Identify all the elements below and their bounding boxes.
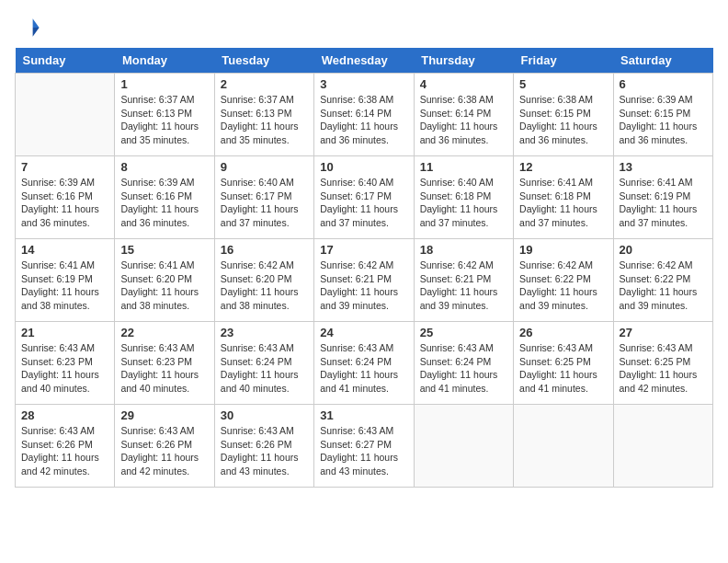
calendar-cell: 3Sunrise: 6:38 AM Sunset: 6:14 PM Daylig…	[314, 74, 414, 156]
calendar-cell: 5Sunrise: 6:38 AM Sunset: 6:15 PM Daylig…	[514, 74, 613, 156]
logo-icon	[15, 15, 40, 40]
day-number: 13	[620, 160, 707, 174]
day-info: Sunrise: 6:41 AM Sunset: 6:18 PM Dayligh…	[519, 176, 607, 230]
calendar-cell: 30Sunrise: 6:43 AM Sunset: 6:26 PM Dayli…	[214, 405, 313, 488]
day-number: 2	[221, 77, 308, 91]
calendar-cell: 29Sunrise: 6:43 AM Sunset: 6:26 PM Dayli…	[115, 405, 214, 488]
day-header-thursday: Thursday	[414, 48, 513, 74]
calendar-cell: 6Sunrise: 6:39 AM Sunset: 6:15 PM Daylig…	[613, 74, 712, 156]
day-number: 24	[320, 326, 407, 339]
svg-marker-1	[33, 28, 40, 37]
calendar-cell	[613, 405, 712, 488]
calendar-week-row: 7Sunrise: 6:39 AM Sunset: 6:16 PM Daylig…	[16, 156, 713, 239]
calendar-cell: 25Sunrise: 6:43 AM Sunset: 6:24 PM Dayli…	[414, 322, 513, 405]
day-number: 27	[620, 326, 707, 339]
day-number: 8	[120, 160, 208, 174]
day-header-friday: Friday	[514, 48, 613, 74]
calendar-cell: 8Sunrise: 6:39 AM Sunset: 6:16 PM Daylig…	[115, 156, 214, 239]
day-header-monday: Monday	[115, 48, 214, 74]
day-number: 19	[519, 243, 607, 257]
day-number: 15	[120, 243, 208, 257]
calendar-cell: 22Sunrise: 6:43 AM Sunset: 6:23 PM Dayli…	[115, 322, 214, 405]
day-number: 16	[221, 243, 308, 257]
calendar-cell: 1Sunrise: 6:37 AM Sunset: 6:13 PM Daylig…	[115, 74, 214, 156]
day-info: Sunrise: 6:42 AM Sunset: 6:22 PM Dayligh…	[519, 259, 607, 313]
day-number: 25	[420, 326, 507, 339]
day-info: Sunrise: 6:40 AM Sunset: 6:18 PM Dayligh…	[420, 176, 507, 230]
calendar-cell: 27Sunrise: 6:43 AM Sunset: 6:25 PM Dayli…	[613, 322, 712, 405]
day-number: 5	[519, 77, 607, 91]
calendar-cell: 17Sunrise: 6:42 AM Sunset: 6:21 PM Dayli…	[314, 239, 414, 322]
calendar-cell: 7Sunrise: 6:39 AM Sunset: 6:16 PM Daylig…	[16, 156, 115, 239]
day-number: 20	[620, 243, 707, 257]
day-info: Sunrise: 6:39 AM Sunset: 6:16 PM Dayligh…	[21, 176, 108, 230]
calendar-cell: 18Sunrise: 6:42 AM Sunset: 6:21 PM Dayli…	[414, 239, 513, 322]
day-number: 12	[519, 160, 607, 174]
calendar-cell: 15Sunrise: 6:41 AM Sunset: 6:20 PM Dayli…	[115, 239, 214, 322]
day-info: Sunrise: 6:43 AM Sunset: 6:24 PM Dayligh…	[320, 341, 407, 396]
calendar-cell: 4Sunrise: 6:38 AM Sunset: 6:14 PM Daylig…	[414, 74, 513, 156]
page-header	[15, 15, 713, 40]
day-header-tuesday: Tuesday	[214, 48, 313, 74]
day-info: Sunrise: 6:43 AM Sunset: 6:25 PM Dayligh…	[519, 341, 607, 396]
logo	[15, 15, 44, 40]
day-info: Sunrise: 6:43 AM Sunset: 6:26 PM Dayligh…	[120, 424, 208, 478]
calendar-table: SundayMondayTuesdayWednesdayThursdayFrid…	[15, 48, 713, 488]
calendar-cell: 19Sunrise: 6:42 AM Sunset: 6:22 PM Dayli…	[514, 239, 613, 322]
day-info: Sunrise: 6:42 AM Sunset: 6:21 PM Dayligh…	[320, 259, 407, 313]
day-info: Sunrise: 6:43 AM Sunset: 6:27 PM Dayligh…	[320, 424, 407, 478]
day-number: 7	[21, 160, 108, 174]
day-number: 31	[320, 408, 407, 422]
day-number: 22	[120, 326, 208, 339]
calendar-cell: 24Sunrise: 6:43 AM Sunset: 6:24 PM Dayli…	[314, 322, 414, 405]
day-header-sunday: Sunday	[16, 48, 115, 74]
day-info: Sunrise: 6:39 AM Sunset: 6:16 PM Dayligh…	[120, 176, 208, 230]
day-info: Sunrise: 6:40 AM Sunset: 6:17 PM Dayligh…	[221, 176, 308, 230]
day-info: Sunrise: 6:42 AM Sunset: 6:21 PM Dayligh…	[420, 259, 507, 313]
day-info: Sunrise: 6:43 AM Sunset: 6:24 PM Dayligh…	[221, 341, 308, 396]
calendar-cell	[514, 405, 613, 488]
calendar-week-row: 21Sunrise: 6:43 AM Sunset: 6:23 PM Dayli…	[16, 322, 713, 405]
day-number: 10	[320, 160, 407, 174]
day-info: Sunrise: 6:37 AM Sunset: 6:13 PM Dayligh…	[120, 93, 208, 147]
calendar-cell: 2Sunrise: 6:37 AM Sunset: 6:13 PM Daylig…	[214, 74, 313, 156]
day-number: 18	[420, 243, 507, 257]
day-info: Sunrise: 6:43 AM Sunset: 6:24 PM Dayligh…	[420, 341, 507, 396]
day-info: Sunrise: 6:41 AM Sunset: 6:20 PM Dayligh…	[120, 259, 208, 313]
calendar-cell: 14Sunrise: 6:41 AM Sunset: 6:19 PM Dayli…	[16, 239, 115, 322]
day-number: 29	[120, 408, 208, 422]
calendar-cell	[414, 405, 513, 488]
day-number: 14	[21, 243, 108, 257]
calendar-week-row: 14Sunrise: 6:41 AM Sunset: 6:19 PM Dayli…	[16, 239, 713, 322]
day-info: Sunrise: 6:41 AM Sunset: 6:19 PM Dayligh…	[620, 176, 707, 230]
day-number: 4	[420, 77, 507, 91]
day-info: Sunrise: 6:43 AM Sunset: 6:23 PM Dayligh…	[21, 341, 108, 396]
day-info: Sunrise: 6:42 AM Sunset: 6:20 PM Dayligh…	[221, 259, 308, 313]
day-number: 30	[221, 408, 308, 422]
calendar-cell	[16, 74, 115, 156]
days-of-week-row: SundayMondayTuesdayWednesdayThursdayFrid…	[16, 48, 713, 74]
day-info: Sunrise: 6:38 AM Sunset: 6:14 PM Dayligh…	[420, 93, 507, 147]
day-number: 9	[221, 160, 308, 174]
calendar-cell: 16Sunrise: 6:42 AM Sunset: 6:20 PM Dayli…	[214, 239, 313, 322]
calendar-cell: 12Sunrise: 6:41 AM Sunset: 6:18 PM Dayli…	[514, 156, 613, 239]
day-info: Sunrise: 6:43 AM Sunset: 6:26 PM Dayligh…	[221, 424, 308, 478]
day-number: 23	[221, 326, 308, 339]
day-number: 21	[21, 326, 108, 339]
calendar-cell: 10Sunrise: 6:40 AM Sunset: 6:17 PM Dayli…	[314, 156, 414, 239]
day-header-wednesday: Wednesday	[314, 48, 414, 74]
day-number: 3	[320, 77, 407, 91]
calendar-header: SundayMondayTuesdayWednesdayThursdayFrid…	[16, 48, 713, 74]
calendar-week-row: 1Sunrise: 6:37 AM Sunset: 6:13 PM Daylig…	[16, 74, 713, 156]
calendar-cell: 21Sunrise: 6:43 AM Sunset: 6:23 PM Dayli…	[16, 322, 115, 405]
day-number: 28	[21, 408, 108, 422]
day-info: Sunrise: 6:38 AM Sunset: 6:15 PM Dayligh…	[519, 93, 607, 147]
day-info: Sunrise: 6:40 AM Sunset: 6:17 PM Dayligh…	[320, 176, 407, 230]
day-info: Sunrise: 6:38 AM Sunset: 6:14 PM Dayligh…	[320, 93, 407, 147]
svg-marker-0	[33, 18, 40, 28]
calendar-cell: 9Sunrise: 6:40 AM Sunset: 6:17 PM Daylig…	[214, 156, 313, 239]
day-header-saturday: Saturday	[613, 48, 712, 74]
day-number: 11	[420, 160, 507, 174]
day-info: Sunrise: 6:42 AM Sunset: 6:22 PM Dayligh…	[620, 259, 707, 313]
calendar-body: 1Sunrise: 6:37 AM Sunset: 6:13 PM Daylig…	[16, 74, 713, 488]
